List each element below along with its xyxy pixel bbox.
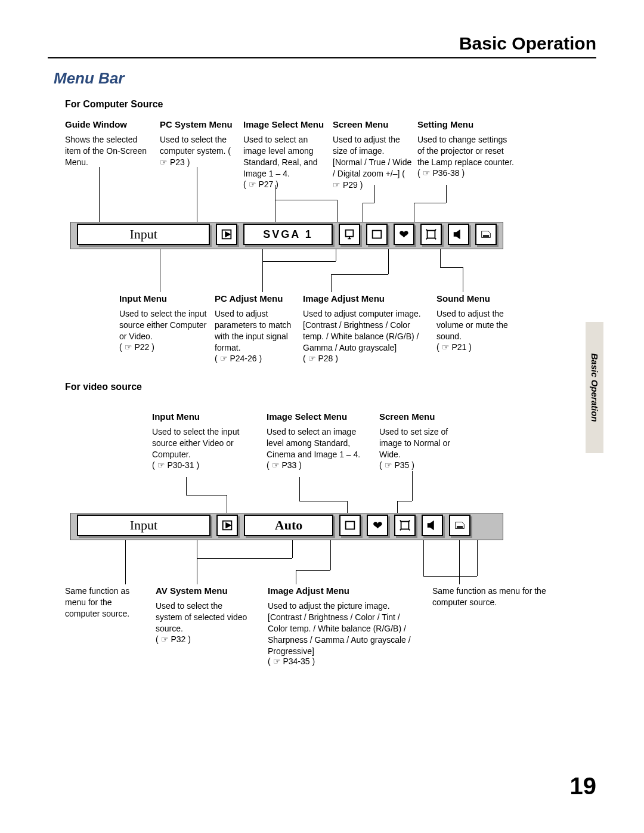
leader bbox=[99, 167, 100, 222]
leader bbox=[459, 576, 477, 577]
side-tab: Basic Operation bbox=[586, 322, 603, 453]
svg-rect-2 bbox=[372, 231, 381, 239]
leader bbox=[423, 576, 459, 577]
label: Image Adjust Menu bbox=[268, 586, 422, 596]
image-adjust-icon: ❤ bbox=[367, 515, 388, 536]
label: PC System Menu bbox=[160, 119, 239, 129]
input-menu-icon bbox=[216, 515, 238, 536]
block-v-image-adjust: Image Adjust Menu Used to adjust the pic… bbox=[268, 586, 422, 666]
last-icon bbox=[475, 224, 497, 245]
block-v-same-right: Same function as menu for the computer s… bbox=[432, 586, 549, 608]
desc: Used to change settings of the projector… bbox=[417, 134, 514, 168]
desc: Used to set size of image to Normal or W… bbox=[379, 426, 457, 460]
label: Setting Menu bbox=[417, 119, 514, 129]
block-input-menu: Input Menu Used to select the input sour… bbox=[119, 293, 212, 352]
desc: Used to adjust the size of image. [Norma… bbox=[333, 134, 413, 190]
setting-menu-icon bbox=[420, 224, 442, 245]
leader bbox=[374, 185, 375, 203]
mode-window: SVGA 1 bbox=[243, 224, 333, 245]
leader bbox=[331, 274, 332, 292]
leader bbox=[262, 261, 336, 262]
sound-menu-icon bbox=[448, 224, 469, 245]
leader bbox=[477, 540, 478, 576]
label: PC Adjust Menu bbox=[215, 293, 299, 304]
block-setting: Setting Menu Used to change settings of … bbox=[417, 119, 514, 178]
ref: ( ☞ P35 ) bbox=[379, 460, 457, 470]
sound-menu-icon bbox=[422, 515, 443, 536]
page-number: 19 bbox=[570, 773, 597, 800]
leader bbox=[160, 249, 160, 292]
ref: ( ☞ P34-35 ) bbox=[268, 657, 422, 666]
leader bbox=[414, 203, 446, 203]
ref: ( ☞ P36-38 ) bbox=[417, 168, 514, 178]
desc: Used to select the system of selected vi… bbox=[156, 600, 249, 634]
leader bbox=[197, 558, 292, 559]
desc: Used to select the input source either V… bbox=[152, 426, 243, 460]
leader bbox=[186, 477, 187, 495]
leader bbox=[440, 249, 441, 267]
ref: ( ☞ P30-31 ) bbox=[152, 460, 243, 470]
desc: Used to select the computer system. ( ☞ … bbox=[160, 134, 239, 168]
leader bbox=[347, 501, 348, 513]
desc: Used to adjust the volume or mute the so… bbox=[436, 308, 508, 342]
desc: Same function as menu for the computer s… bbox=[432, 586, 549, 608]
ref: ( ☞ P24-26 ) bbox=[215, 354, 299, 363]
leader bbox=[446, 185, 447, 203]
leader bbox=[363, 203, 374, 203]
label: Image Select Menu bbox=[267, 411, 362, 422]
ref: ( ☞ P32 ) bbox=[156, 634, 249, 644]
block-guide-window: Guide Window Shows the selected item of … bbox=[65, 119, 154, 168]
leader bbox=[336, 249, 336, 261]
svg-rect-6 bbox=[346, 522, 355, 529]
label: Guide Window bbox=[65, 119, 154, 129]
label: Input Menu bbox=[119, 293, 212, 304]
leader bbox=[299, 501, 347, 501]
guide-window: Input bbox=[77, 224, 210, 245]
heading-video-source: For video source bbox=[65, 382, 142, 392]
leader bbox=[275, 185, 275, 222]
mode-window: Auto bbox=[244, 515, 333, 536]
image-select-icon bbox=[339, 224, 360, 245]
screen-menu-icon bbox=[394, 515, 416, 536]
ref: ( ☞ P27 ) bbox=[243, 179, 326, 189]
leader bbox=[412, 471, 413, 501]
svg-rect-1 bbox=[345, 230, 353, 237]
svg-rect-4 bbox=[483, 236, 488, 237]
desc: Used to select an image level among Stan… bbox=[267, 426, 362, 460]
desc: Same function as menu for the computer s… bbox=[65, 586, 148, 620]
leader bbox=[337, 200, 338, 222]
label: Image Select Menu bbox=[243, 119, 326, 129]
screen-menu-icon bbox=[366, 224, 388, 245]
leader bbox=[440, 267, 463, 268]
leader bbox=[296, 570, 296, 584]
label: Screen Menu bbox=[333, 119, 413, 129]
menu-bar-computer: Input SVGA 1 ❤ bbox=[70, 222, 503, 249]
leader bbox=[125, 540, 126, 584]
leader bbox=[330, 540, 331, 570]
label: Image Adjust Menu bbox=[303, 293, 432, 304]
leader bbox=[397, 501, 398, 513]
leader bbox=[459, 540, 460, 584]
ref: ( ☞ P22 ) bbox=[119, 342, 212, 352]
ref: ( ☞ P28 ) bbox=[303, 354, 432, 363]
block-av-system: AV System Menu Used to select the system… bbox=[156, 586, 249, 644]
label: Input Menu bbox=[152, 411, 243, 422]
block-sound: Sound Menu Used to adjust the volume or … bbox=[436, 293, 508, 352]
dotted-rule: . . . . . . . . . . . . . . . . . . . . … bbox=[125, 81, 596, 83]
block-pc-adjust: PC Adjust Menu Used to adjust parameters… bbox=[215, 293, 299, 363]
leader bbox=[227, 495, 227, 513]
leader bbox=[363, 203, 363, 222]
menu-bar-video: Input Auto ❤ bbox=[70, 513, 503, 540]
input-menu-icon bbox=[216, 224, 237, 245]
desc: Used to select the input source either C… bbox=[119, 308, 212, 342]
desc: Used to select an image level among Stan… bbox=[243, 134, 326, 179]
leader bbox=[331, 274, 388, 275]
block-image-adjust: Image Adjust Menu Used to adjust compute… bbox=[303, 293, 432, 363]
svg-rect-8 bbox=[457, 527, 462, 528]
ref: ( ☞ P21 ) bbox=[436, 342, 508, 352]
side-tab-label: Basic Operation bbox=[590, 353, 600, 422]
page-title: Basic Operation bbox=[48, 33, 596, 54]
image-select-icon bbox=[339, 515, 361, 536]
leader bbox=[397, 501, 412, 501]
page-header: Basic Operation bbox=[48, 33, 596, 58]
